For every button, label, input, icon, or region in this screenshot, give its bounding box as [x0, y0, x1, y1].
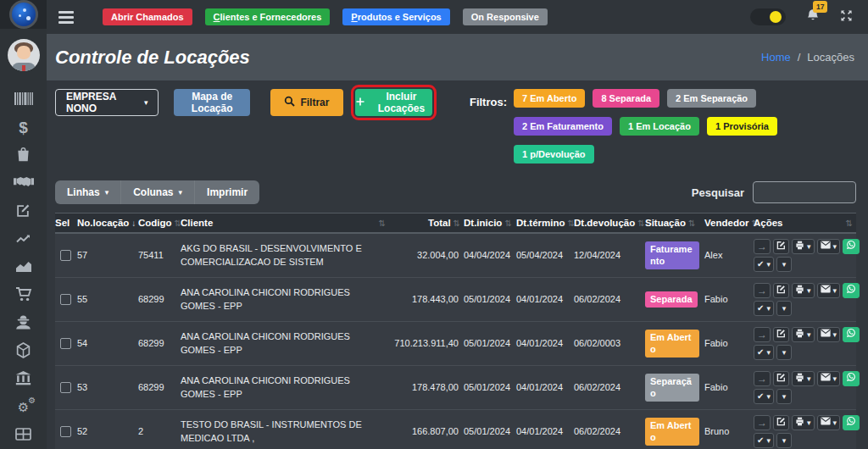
filter-chip-6[interactable]: 1 p/Devolução	[514, 145, 594, 164]
sidebar-item-cube-icon[interactable]	[16, 343, 31, 360]
columns-button[interactable]: Colunas ▾	[120, 180, 194, 204]
row-checkbox[interactable]	[60, 250, 71, 261]
action-edit-button[interactable]	[773, 239, 789, 254]
printer-icon	[795, 285, 804, 297]
search-input[interactable]	[753, 181, 856, 203]
col-header-situa-o[interactable]: Situação⇅	[645, 218, 704, 228]
action-confirm-button[interactable]: ✔▾	[754, 389, 774, 404]
filter-chip-4[interactable]: 1 Em Locação	[620, 117, 699, 136]
nav-pill-2[interactable]: Produtos e Serviços	[342, 8, 449, 25]
action-print-button[interactable]: ▾	[792, 283, 815, 298]
breadcrumb-separator: /	[798, 51, 801, 64]
app-logo[interactable]	[0, 0, 47, 29]
filter-chip-5[interactable]: 1 Provisória	[707, 117, 777, 136]
action-more-button[interactable]: ▾	[776, 301, 792, 316]
row-checkbox[interactable]	[60, 338, 71, 349]
nav-pill-0[interactable]: Abrir Chamados	[103, 8, 192, 25]
notifications-button[interactable]: 17	[806, 8, 820, 26]
action-forward-button[interactable]: →	[754, 415, 771, 430]
sidebar-item-user-agent-icon[interactable]	[15, 315, 31, 332]
sort-icon: ⇅	[453, 219, 460, 228]
sidebar-item-handshake-icon[interactable]	[14, 175, 34, 192]
action-confirm-button[interactable]: ✔▾	[754, 301, 774, 316]
action-edit-button[interactable]	[773, 371, 789, 386]
action-email-button[interactable]: ▾	[817, 239, 841, 254]
col-header-no-loca-o[interactable]: No.locação↓	[77, 218, 138, 228]
action-forward-button[interactable]: →	[754, 239, 771, 254]
rows-button[interactable]: Linhas ▾	[55, 180, 120, 204]
action-edit-button[interactable]	[773, 415, 789, 430]
sidebar-item-edit-icon[interactable]	[16, 203, 31, 220]
company-select[interactable]: EMPRESA NONO ▾	[55, 89, 159, 116]
col-header-codigo[interactable]: Codigo⇅	[138, 218, 181, 228]
action-email-button[interactable]: ▾	[817, 283, 841, 298]
action-edit-button[interactable]	[773, 283, 789, 298]
edit-icon	[776, 373, 786, 385]
map-button[interactable]: Mapa de Locação	[174, 89, 249, 116]
filter-chip-2[interactable]: 2 Em Separação	[667, 89, 756, 108]
page-content: EMPRESA NONO ▾ Mapa de Locação Filtrar I…	[47, 80, 868, 449]
action-whatsapp-button[interactable]	[843, 415, 860, 430]
action-more-button[interactable]: ▾	[776, 257, 792, 272]
company-select-value: EMPRESA NONO	[66, 91, 131, 114]
include-locations-button[interactable]: Incluir Locações	[355, 89, 432, 116]
action-whatsapp-button[interactable]	[843, 371, 860, 386]
col-header-vendedor[interactable]: Vendedor⇅	[704, 218, 754, 228]
status-badge: Em Aberto	[645, 330, 699, 357]
col-header-dt-devolu-o[interactable]: Dt.devolução⇅	[574, 218, 645, 228]
breadcrumb-home-link[interactable]: Home	[761, 51, 791, 64]
col-header-cliente[interactable]: Cliente⇅	[181, 218, 389, 228]
action-email-button[interactable]: ▾	[817, 415, 841, 430]
action-print-button[interactable]: ▾	[792, 371, 815, 386]
action-whatsapp-button[interactable]	[843, 239, 860, 254]
action-print-button[interactable]: ▾	[792, 415, 815, 430]
action-confirm-button[interactable]: ✔▾	[754, 257, 774, 272]
col-header-dt-inicio[interactable]: Dt.inicio⇅	[464, 218, 516, 228]
cell-acoes: →▾▾✔▾▾	[754, 239, 865, 272]
chevron-down-icon: ▾	[782, 349, 787, 357]
action-email-button[interactable]: ▾	[817, 327, 841, 342]
row-checkbox[interactable]	[60, 294, 71, 305]
row-checkbox[interactable]	[60, 426, 71, 437]
sidebar-item-bank-icon[interactable]	[15, 371, 31, 388]
action-forward-button[interactable]: →	[754, 371, 771, 386]
sidebar-item-chart-area-icon[interactable]	[15, 259, 32, 276]
fullscreen-button[interactable]	[840, 9, 853, 25]
col-header-total[interactable]: Total⇅	[389, 218, 464, 228]
filter-chip-0[interactable]: 7 Em Aberto	[514, 89, 585, 108]
action-forward-button[interactable]: →	[754, 327, 771, 342]
action-print-button[interactable]: ▾	[792, 239, 815, 254]
action-confirm-button[interactable]: ✔▾	[754, 345, 774, 360]
filter-chip-3[interactable]: 2 Em Faturamento	[514, 117, 612, 136]
nav-pill-1[interactable]: Clientes e Fornecedores	[205, 8, 331, 25]
print-button[interactable]: Imprimir	[194, 180, 259, 204]
action-print-button[interactable]: ▾	[792, 327, 815, 342]
action-more-button[interactable]: ▾	[776, 389, 792, 404]
sidebar-item-shopping-bag-icon[interactable]	[16, 147, 31, 164]
action-forward-button[interactable]: →	[754, 283, 771, 298]
filter-button[interactable]: Filtrar	[270, 89, 343, 116]
action-whatsapp-button[interactable]	[843, 327, 860, 342]
nav-pill-3[interactable]: On Responsive	[463, 8, 548, 25]
action-more-button[interactable]: ▾	[776, 345, 792, 360]
menu-toggle-button[interactable]	[58, 11, 74, 24]
user-avatar[interactable]	[8, 39, 40, 71]
arrow-right-icon: →	[757, 416, 767, 430]
col-header-dt-t-rmino[interactable]: Dt.término⇅	[516, 218, 574, 228]
col-header-a-es[interactable]: Ações⇅	[754, 218, 856, 228]
action-confirm-button[interactable]: ✔▾	[754, 433, 774, 448]
sidebar-item-dollar-icon[interactable]: $	[19, 119, 28, 136]
sidebar-item-barcode-icon[interactable]	[14, 91, 33, 108]
col-header-sel[interactable]: Sel	[55, 218, 77, 228]
sidebar-item-chart-line-icon[interactable]	[15, 231, 32, 248]
action-email-button[interactable]: ▾	[817, 371, 841, 386]
row-checkbox[interactable]	[60, 382, 71, 393]
action-edit-button[interactable]	[773, 327, 789, 342]
action-more-button[interactable]: ▾	[776, 433, 792, 448]
sidebar-item-cogs-icon[interactable]: ⚙⚙	[18, 399, 29, 416]
sidebar-item-table-icon[interactable]	[15, 427, 31, 444]
action-whatsapp-button[interactable]	[843, 283, 860, 298]
filter-chip-1[interactable]: 8 Separada	[593, 89, 659, 108]
sidebar-item-shopping-cart-icon[interactable]	[15, 287, 32, 304]
theme-toggle[interactable]	[750, 8, 786, 25]
